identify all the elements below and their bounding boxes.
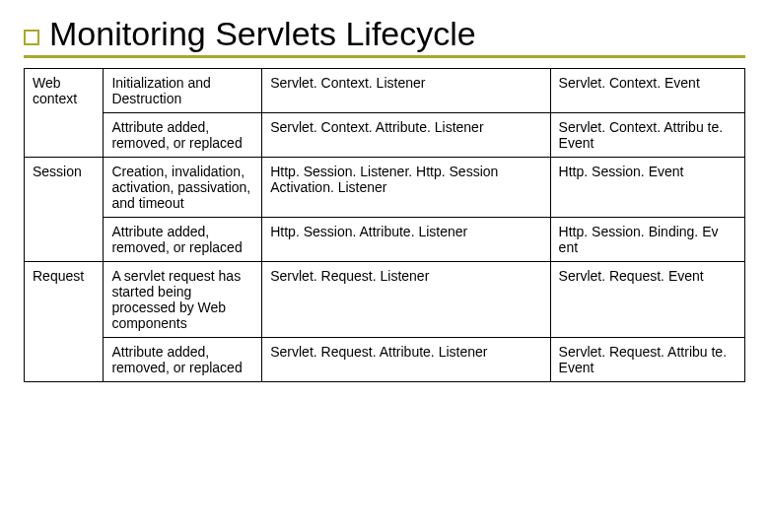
eventclass-cell: Http. Session. Binding. Ev ent xyxy=(550,218,744,262)
scope-cell: Web context xyxy=(25,69,104,158)
eventclass-cell: Servlet. Context. Event xyxy=(550,69,744,113)
scope-cell: Session xyxy=(25,158,104,262)
listener-cell: Servlet. Context. Attribute. Listener xyxy=(262,113,550,158)
event-cell: Initialization and Destruction xyxy=(104,69,262,113)
listener-cell: Servlet. Request. Attribute. Listener xyxy=(262,338,550,382)
table-row: Attribute added, removed, or replaced Ht… xyxy=(25,218,745,262)
eventclass-cell: Servlet. Request. Attribu te. Event xyxy=(550,338,744,382)
table-row: Web context Initialization and Destructi… xyxy=(25,69,745,113)
eventclass-cell: Servlet. Context. Attribu te. Event xyxy=(550,113,744,158)
listener-cell: Servlet. Request. Listener xyxy=(262,262,550,338)
listener-cell: Http. Session. Listener. Http. Session A… xyxy=(262,158,550,218)
table-row: Request A servlet request has started be… xyxy=(25,262,745,338)
eventclass-cell: Servlet. Request. Event xyxy=(550,262,744,338)
title-wrap: Monitoring Servlets Lifecycle xyxy=(24,12,745,58)
listener-cell: Servlet. Context. Listener xyxy=(262,69,550,113)
scope-cell: Request xyxy=(25,262,104,382)
slide: Monitoring Servlets Lifecycle Web contex… xyxy=(0,0,769,532)
event-cell: Attribute added, removed, or replaced xyxy=(104,113,262,158)
event-cell: A servlet request has started being proc… xyxy=(104,262,262,338)
listener-cell: Http. Session. Attribute. Listener xyxy=(262,218,550,262)
eventclass-cell: Http. Session. Event xyxy=(550,158,744,218)
event-cell: Attribute added, removed, or replaced xyxy=(104,338,262,382)
title-row: Monitoring Servlets Lifecycle xyxy=(24,12,745,53)
event-cell: Creation, invalidation, activation, pass… xyxy=(104,158,262,218)
lifecycle-table: Web context Initialization and Destructi… xyxy=(24,68,745,382)
table-row: Session Creation, invalidation, activati… xyxy=(25,158,745,218)
event-cell: Attribute added, removed, or replaced xyxy=(104,218,262,262)
table-row: Attribute added, removed, or replaced Se… xyxy=(25,338,745,382)
square-bullet-icon xyxy=(24,30,39,45)
slide-title: Monitoring Servlets Lifecycle xyxy=(49,15,476,53)
table-row: Attribute added, removed, or replaced Se… xyxy=(25,113,745,158)
